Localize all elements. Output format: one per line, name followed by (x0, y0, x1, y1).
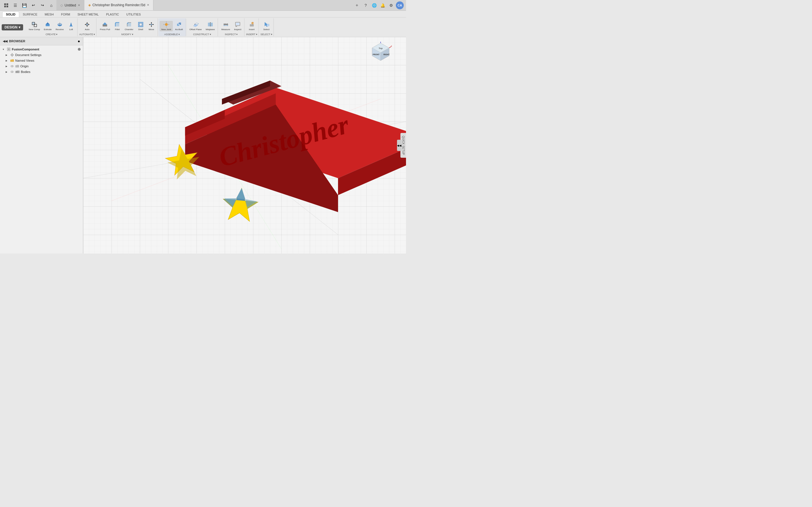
presspull-label: Press Pull (100, 28, 110, 31)
select-group-label[interactable]: SELECT ▾ (260, 33, 272, 36)
redo-button[interactable]: ↪ (38, 1, 46, 9)
newcomp-label: New Comp (29, 28, 40, 31)
svg-rect-25 (103, 23, 106, 25)
design-arrow: ▾ (18, 25, 20, 29)
toolbar-item-automate[interactable]: Auto (82, 21, 92, 31)
toolbar-item-newjoint[interactable]: New Joint (160, 21, 173, 31)
svg-point-47 (179, 24, 180, 25)
folder-icon (10, 59, 14, 62)
bodies-eye-icon (10, 70, 14, 74)
automate-icon (84, 21, 90, 27)
sidebar-collapse-icon[interactable]: ◀◀ (3, 40, 7, 43)
home-button[interactable]: ⌂ (47, 1, 55, 9)
toolbar-item-asbuilt[interactable]: As-Built (173, 21, 185, 31)
tab-mesh[interactable]: MESH (41, 11, 57, 17)
midplane-icon (207, 21, 213, 27)
toolbar-item-presspull[interactable]: Press Pull (98, 21, 112, 31)
svg-rect-52 (211, 23, 213, 26)
offset-plane-label: Offset Plane (190, 28, 202, 31)
automate-group-label[interactable]: AUTOMATE ▾ (79, 33, 95, 36)
create-group-label[interactable]: CREATE ▾ (46, 33, 58, 36)
hamburger-icon[interactable]: ☰ (11, 1, 19, 9)
doc-settings-arrow: ▶ (6, 54, 9, 56)
svg-point-41 (166, 22, 167, 22)
toolbar-item-measure[interactable]: Measure (220, 21, 232, 31)
save-button[interactable]: 💾 (20, 1, 28, 9)
help-icon[interactable]: ? (362, 2, 369, 9)
tab-solid[interactable]: SOLID (2, 11, 19, 17)
toolbar-item-revolve[interactable]: Revolve (54, 21, 65, 31)
toolbar-item-select[interactable]: Select (261, 21, 271, 31)
bodies-folder-icon (15, 70, 20, 74)
select-icon (263, 21, 269, 27)
press-pull-icon (102, 21, 108, 27)
tree-item-bodies[interactable]: ▶ Bodies (0, 69, 83, 75)
svg-point-81 (12, 71, 13, 72)
main-area: ◀◀ BROWSER ● ▼ FusionComponent ▶ (0, 37, 406, 253)
chamfer-icon (126, 21, 132, 27)
automate-label: Auto (85, 28, 89, 31)
viewport[interactable]: Christopher (83, 37, 406, 253)
toolbar-item-offset-plane[interactable]: Offset Plane (188, 21, 204, 31)
quick-setup-label: QUICK SETUP (402, 136, 405, 155)
sidebar-collapse-right[interactable]: ◀◀ (397, 140, 402, 151)
insert-group-label[interactable]: INSERT ▾ (246, 33, 257, 36)
modify-group-label[interactable]: MODIFY ▾ (121, 33, 133, 36)
named-views-label: Named Views (15, 59, 81, 62)
title-bar: ☰ 💾 ↩ ↪ ⌂ ◇ Untitled ✕ ◈ Christopher Bru… (0, 0, 406, 11)
tab-close-untitled[interactable]: ✕ (78, 4, 80, 7)
browser-options-icon[interactable]: ● (78, 39, 80, 43)
toolbar-item-midplane[interactable]: Midplane (204, 21, 216, 31)
tab-close-christopher[interactable]: ✕ (147, 3, 149, 6)
inspect-group-label[interactable]: INSPECT ▾ (225, 33, 238, 36)
browser-label: BROWSER (9, 40, 25, 43)
globe-icon[interactable]: 🌐 (370, 2, 378, 9)
tree-item-named-views[interactable]: ▶ Named Views (0, 58, 83, 63)
svg-marker-10 (46, 22, 50, 24)
avatar[interactable]: CA (396, 1, 404, 9)
undo-button[interactable]: ↩ (29, 1, 37, 9)
svg-text:X: X (391, 45, 392, 47)
svg-rect-64 (236, 23, 239, 25)
settings-icon[interactable]: ⚙ (388, 2, 395, 9)
move-icon (148, 21, 154, 27)
view-cube[interactable]: Top FRONT RIGHT Z X (369, 42, 392, 64)
toolbar-item-inspect[interactable]: Inspect (232, 21, 243, 31)
tree-item-doc-settings[interactable]: ▶ Document Settings (0, 52, 83, 58)
tab-sheet-metal[interactable]: SHEET METAL (74, 11, 102, 17)
tab-form[interactable]: FORM (57, 11, 73, 17)
svg-rect-72 (8, 48, 10, 50)
3d-scene: Christopher (83, 37, 406, 253)
toolbar-item-fillet[interactable]: Fillet (112, 21, 122, 31)
assemble-group-label[interactable]: ASSEMBLE ▾ (164, 33, 180, 36)
tree-item-origin[interactable]: ▶ Origin (0, 63, 83, 69)
browser-tree: ▼ FusionComponent ▶ Document Sett (0, 45, 83, 253)
toolbar-item-loft[interactable]: Loft (66, 21, 76, 31)
tab-bar: ◇ Untitled ✕ ◈ Christopher Brushing Remi… (56, 0, 352, 10)
toolbar-item-chamfer[interactable]: Chamfer (123, 21, 135, 31)
tab-christopher[interactable]: ◈ Christopher Brushing Reminder.f3d ✕ (84, 0, 153, 10)
app-grid-icon[interactable] (2, 1, 10, 9)
toolbar-item-newcomp[interactable]: + New Comp (27, 21, 42, 31)
tab-plastic[interactable]: PLASTIC (102, 11, 123, 17)
tree-item-fusion-component[interactable]: ▼ FusionComponent (0, 47, 83, 52)
svg-rect-51 (208, 23, 210, 26)
newjoint-label: New Joint (161, 28, 171, 31)
toolbar-group-automate: Auto AUTOMATE ▾ (78, 18, 96, 36)
construct-group-label[interactable]: CONSTRUCT ▾ (193, 33, 211, 36)
tab-surface[interactable]: SURFACE (19, 11, 41, 17)
new-tab-button[interactable]: + (353, 3, 361, 8)
svg-point-43 (163, 24, 164, 25)
design-button[interactable]: DESIGN ▾ (2, 24, 23, 31)
tab-utilities[interactable]: UTILITIES (123, 11, 144, 17)
origin-label: Origin (20, 64, 81, 68)
toolbar-item-shell[interactable]: Shell (136, 21, 146, 31)
toolbar-item-extrude[interactable]: Extrude (42, 21, 54, 31)
tab-untitled[interactable]: ◇ Untitled ✕ (56, 0, 84, 10)
svg-marker-48 (193, 24, 198, 27)
toolbar-item-insert[interactable]: ★ Insert (247, 21, 257, 31)
toolbar-item-move[interactable]: Move (146, 21, 156, 31)
fusion-component-arrow: ▼ (2, 48, 6, 51)
notification-icon[interactable]: 🔔 (379, 2, 386, 9)
toolbar-tabs: SOLID SURFACE MESH FORM SHEET METAL PLAS… (0, 11, 406, 17)
